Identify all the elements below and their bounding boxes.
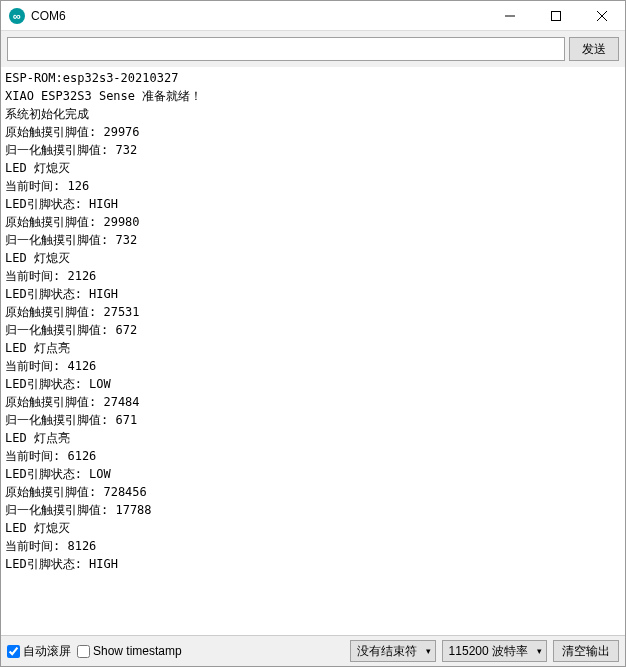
clear-output-button[interactable]: 清空输出 (553, 640, 619, 662)
line-ending-dropdown[interactable]: 没有结束符 (350, 640, 436, 662)
arduino-icon (9, 8, 25, 24)
close-icon (597, 11, 607, 21)
input-row: 发送 (1, 31, 625, 67)
serial-input[interactable] (7, 37, 565, 61)
console-output[interactable]: ESP-ROM:esp32s3-20210327 XIAO ESP32S3 Se… (1, 67, 625, 635)
maximize-icon (551, 11, 561, 21)
close-button[interactable] (579, 1, 625, 31)
titlebar: COM6 (1, 1, 625, 31)
serial-monitor-window: COM6 发送 ESP-ROM:esp32s3-20210327 XIAO ES… (0, 0, 626, 667)
timestamp-checkbox[interactable] (77, 645, 90, 658)
bottom-bar: 自动滚屏 Show timestamp 没有结束符 115200 波特率 清空输… (1, 635, 625, 666)
autoscroll-checkbox[interactable] (7, 645, 20, 658)
autoscroll-checkbox-wrap[interactable]: 自动滚屏 (7, 643, 71, 660)
window-title: COM6 (31, 9, 487, 23)
baud-rate-dropdown[interactable]: 115200 波特率 (442, 640, 547, 662)
timestamp-checkbox-wrap[interactable]: Show timestamp (77, 644, 182, 658)
baud-rate-value: 115200 波特率 (449, 643, 528, 660)
line-ending-value: 没有结束符 (357, 643, 417, 660)
minimize-button[interactable] (487, 1, 533, 31)
autoscroll-label: 自动滚屏 (23, 643, 71, 660)
send-button[interactable]: 发送 (569, 37, 619, 61)
svg-rect-1 (552, 11, 561, 20)
maximize-button[interactable] (533, 1, 579, 31)
window-controls (487, 1, 625, 31)
timestamp-label: Show timestamp (93, 644, 182, 658)
minimize-icon (505, 11, 515, 21)
